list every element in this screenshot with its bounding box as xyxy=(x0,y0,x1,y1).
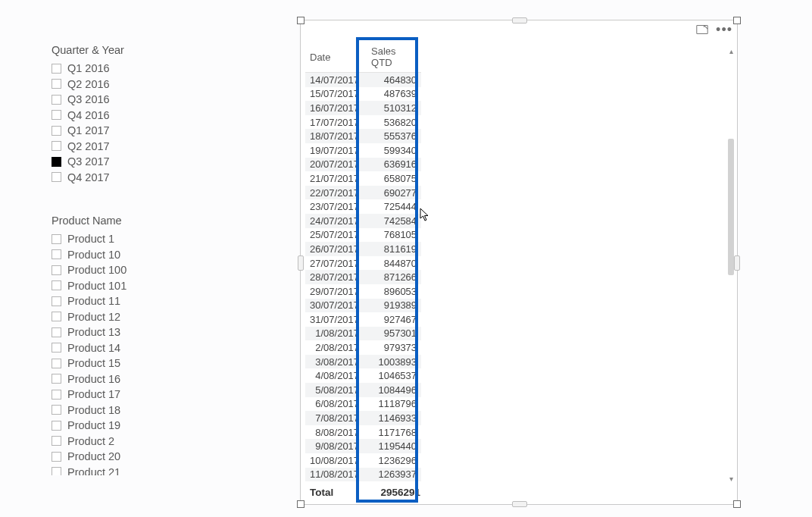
checkbox-icon[interactable] xyxy=(52,110,61,120)
checkbox-icon[interactable] xyxy=(52,390,61,400)
scroll-thumb[interactable] xyxy=(728,139,734,275)
checkbox-icon[interactable] xyxy=(52,141,61,151)
checkbox-icon[interactable] xyxy=(52,64,61,74)
table-row[interactable]: 5/08/20171084496 xyxy=(305,383,421,397)
table-row[interactable]: 2/08/2017979373 xyxy=(305,340,421,355)
checkbox-icon[interactable] xyxy=(52,327,61,337)
table-row[interactable]: 19/07/2017599340 xyxy=(305,143,421,158)
total-value: 2956291 xyxy=(364,485,425,500)
checkbox-icon[interactable] xyxy=(52,280,61,290)
table-row[interactable]: 24/07/2017742584 xyxy=(305,214,421,228)
cell-date: 7/08/2017 xyxy=(305,411,364,425)
slicer-item-product[interactable]: Product 17 xyxy=(52,387,226,403)
table-row[interactable]: 23/07/2017725444 xyxy=(305,199,421,214)
checkbox-icon[interactable] xyxy=(52,172,61,182)
checkbox-icon[interactable] xyxy=(52,157,61,167)
table-row[interactable]: 14/07/2017464830 xyxy=(305,73,421,87)
checkbox-icon[interactable] xyxy=(52,126,61,136)
slicer-item-label: Product 19 xyxy=(67,419,120,431)
slicer-item-quarter[interactable]: Q2 2017 xyxy=(52,139,226,155)
scroll-up-arrow[interactable]: ▴ xyxy=(727,48,735,55)
slicer-item-product[interactable]: Product 16 xyxy=(52,371,226,387)
table-row[interactable]: 9/08/20171195440 xyxy=(305,439,421,453)
scroll-down-arrow[interactable]: ▾ xyxy=(727,475,735,483)
focus-mode-icon[interactable] xyxy=(696,24,708,35)
checkbox-icon[interactable] xyxy=(52,265,61,275)
table-row[interactable]: 8/08/20171171768 xyxy=(305,425,421,440)
slicer-item-product[interactable]: Product 21 xyxy=(52,465,226,476)
visual-action-bar: ••• xyxy=(696,24,732,35)
slicer-item-product[interactable]: Product 20 xyxy=(52,449,226,465)
table-visual-container[interactable]: ••• Date Sales QTD 14/07/201746483015/07… xyxy=(300,20,738,505)
table-row[interactable]: 4/08/20171046537 xyxy=(305,368,421,383)
resize-handle-right[interactable] xyxy=(734,255,740,271)
resize-handle-bl[interactable] xyxy=(297,500,304,508)
table-row[interactable]: 10/08/20171236296 xyxy=(305,453,421,468)
table-row[interactable]: 7/08/20171146933 xyxy=(305,411,421,425)
slicer-item-quarter[interactable]: Q2 2016 xyxy=(52,77,226,92)
table-row[interactable]: 22/07/2017690277 xyxy=(305,186,421,200)
checkbox-icon[interactable] xyxy=(52,312,61,321)
slicer-item-quarter[interactable]: Q1 2016 xyxy=(52,61,226,77)
slicer-item-product[interactable]: Product 15 xyxy=(52,356,226,371)
more-options-icon[interactable]: ••• xyxy=(716,26,732,33)
vertical-scrollbar[interactable]: ▴ ▾ xyxy=(727,48,735,483)
checkbox-icon[interactable] xyxy=(52,405,61,415)
checkbox-icon[interactable] xyxy=(52,467,61,475)
cell-sales-qtd: 536820 xyxy=(364,115,421,130)
slicer-item-product[interactable]: Product 18 xyxy=(52,403,226,418)
table-row[interactable]: 3/08/20171003893 xyxy=(305,355,421,369)
column-header-date[interactable]: Date xyxy=(305,43,364,73)
checkbox-icon[interactable] xyxy=(52,359,61,368)
checkbox-icon[interactable] xyxy=(52,79,61,89)
table-row[interactable]: 30/07/2017919389 xyxy=(305,299,421,313)
checkbox-icon[interactable] xyxy=(52,343,61,352)
checkbox-icon[interactable] xyxy=(52,296,61,306)
slicer-item-product[interactable]: Product 11 xyxy=(52,293,226,309)
table-row[interactable]: 29/07/2017896053 xyxy=(305,284,421,299)
slicer-item-product[interactable]: Product 101 xyxy=(52,278,226,294)
checkbox-icon[interactable] xyxy=(52,436,61,446)
slicer-item-quarter[interactable]: Q4 2017 xyxy=(52,170,226,186)
resize-handle-tr[interactable] xyxy=(733,17,741,24)
resize-handle-top[interactable] xyxy=(512,17,527,24)
resize-handle-left[interactable] xyxy=(298,255,304,271)
table-row[interactable]: 6/08/20171118796 xyxy=(305,397,421,412)
resize-handle-tl[interactable] xyxy=(297,17,304,24)
table-row[interactable]: 11/08/20171263937 xyxy=(305,468,421,482)
table-row[interactable]: 16/07/2017510312 xyxy=(305,101,421,115)
table-row[interactable]: 26/07/2017811619 xyxy=(305,242,421,256)
checkbox-icon[interactable] xyxy=(52,249,61,259)
table-row[interactable]: 15/07/2017487639 xyxy=(305,87,421,102)
table-row[interactable]: 18/07/2017555376 xyxy=(305,129,421,143)
resize-handle-br[interactable] xyxy=(733,500,741,508)
checkbox-icon[interactable] xyxy=(52,452,61,462)
checkbox-icon[interactable] xyxy=(52,234,61,244)
table-row[interactable]: 21/07/2017658075 xyxy=(305,171,421,186)
table-row[interactable]: 27/07/2017844870 xyxy=(305,256,421,271)
slicer-item-label: Product 11 xyxy=(67,295,120,307)
slicer-item-quarter[interactable]: Q3 2017 xyxy=(52,154,226,170)
slicer-item-quarter[interactable]: Q4 2016 xyxy=(52,108,226,124)
table-row[interactable]: 20/07/2017636916 xyxy=(305,158,421,172)
checkbox-icon[interactable] xyxy=(52,421,61,431)
table-row[interactable]: 31/07/2017927467 xyxy=(305,312,421,327)
table-row[interactable]: 17/07/2017536820 xyxy=(305,115,421,130)
slicer-item-product[interactable]: Product 10 xyxy=(52,247,226,263)
table-row[interactable]: 28/07/2017871266 xyxy=(305,270,421,284)
slicer-item-product[interactable]: Product 13 xyxy=(52,324,226,340)
column-header-sales-qtd[interactable]: Sales QTD xyxy=(364,43,421,73)
table-row[interactable]: 1/08/2017957301 xyxy=(305,327,421,341)
resize-handle-bottom[interactable] xyxy=(512,501,527,507)
slicer-item-quarter[interactable]: Q1 2017 xyxy=(52,123,226,139)
slicer-item-quarter[interactable]: Q3 2016 xyxy=(52,92,226,108)
checkbox-icon[interactable] xyxy=(52,95,61,105)
slicer-item-product[interactable]: Product 12 xyxy=(52,309,226,325)
slicer-item-product[interactable]: Product 2 xyxy=(52,434,226,450)
slicer-item-product[interactable]: Product 1 xyxy=(52,231,226,247)
slicer-item-product[interactable]: Product 100 xyxy=(52,262,226,278)
table-row[interactable]: 25/07/2017768105 xyxy=(305,228,421,243)
slicer-item-product[interactable]: Product 14 xyxy=(52,340,226,356)
slicer-item-product[interactable]: Product 19 xyxy=(52,418,226,434)
checkbox-icon[interactable] xyxy=(52,374,61,384)
